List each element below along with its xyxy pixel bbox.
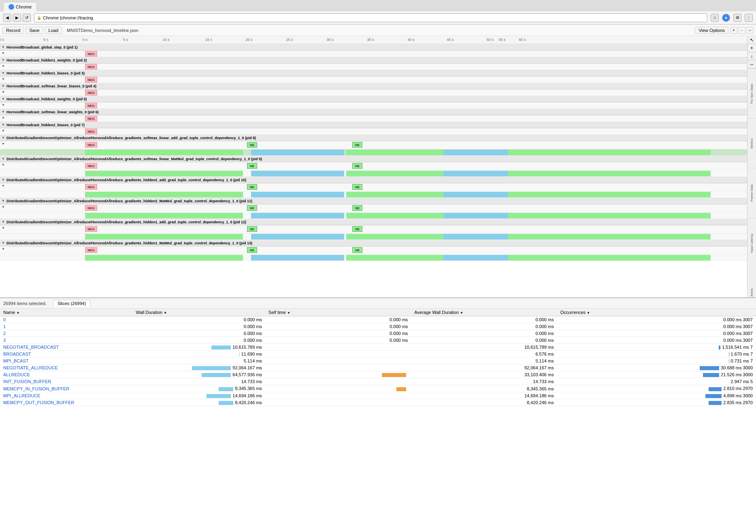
table-name-link[interactable]: 1 xyxy=(3,324,6,329)
file-name-label: MNISTDemo_horovod_timeline.json xyxy=(67,28,138,33)
sort-arrow-wall: ▼ xyxy=(164,311,167,315)
ne-event-pid8-2[interactable]: NE xyxy=(352,142,362,148)
neg-event-pid7[interactable]: NEG xyxy=(85,129,97,134)
reload-button[interactable]: ↺ xyxy=(23,14,31,22)
neg-event-pid9[interactable]: NEG xyxy=(85,163,97,169)
col-header-wall[interactable]: Wall Duration ▼ xyxy=(133,309,266,316)
track-header-pid3[interactable]: ▼ HorovodBroadcast_hidden1_biases_0 (pid… xyxy=(0,70,747,76)
table-name-link[interactable]: NEGOTIATE_ALLREDUCE xyxy=(3,365,58,370)
down-tool[interactable]: ↓ xyxy=(747,52,756,60)
zoom-tool[interactable]: + xyxy=(747,44,756,52)
ne-event-pid11-2[interactable]: NE xyxy=(352,205,362,211)
neg-event-pid13[interactable]: NEG xyxy=(85,247,97,253)
menu-button[interactable]: ⋮ xyxy=(745,14,753,22)
track-header-pid11[interactable]: ▼ DistributedGradientDescentOptimizer_Al… xyxy=(0,198,747,204)
neg-event-pid10[interactable]: NEG xyxy=(85,184,97,190)
track-row-pid6: ▼ NEG xyxy=(0,115,747,122)
sidebar-frame-data[interactable]: Frame Data xyxy=(747,168,756,218)
table-wall-cell: 0.000 ms xyxy=(133,316,266,323)
expand-arrow: ▼ xyxy=(2,123,5,127)
col-header-occ[interactable]: Occurrences ▼ xyxy=(557,309,756,316)
bookmark-button[interactable]: ☆ xyxy=(711,14,719,22)
neg-event-pid12[interactable]: NEG xyxy=(85,226,97,232)
track-header-pid8[interactable]: ▼ DistributedGradientDescentOptimizer_Al… xyxy=(0,135,747,141)
neg-event-pid8[interactable]: NEG xyxy=(85,142,97,148)
track-header-pid7[interactable]: ▼ HorovodBroadcast_hidden2_biases_0 (pid… xyxy=(0,122,747,128)
extensions-button[interactable]: ⚙ xyxy=(733,14,741,22)
track-header-pid4[interactable]: ▼ HorovodBroadcast_softmax_linear_biases… xyxy=(0,83,747,89)
neg-event-pid1[interactable]: NEG xyxy=(85,51,97,57)
ruler-tick: 5 s xyxy=(123,38,128,42)
ne-event-pid12-1[interactable]: NE xyxy=(247,226,257,232)
ne-event-pid10-2[interactable]: NE xyxy=(352,184,362,190)
track-row-pid9-top: ▼ NEG NE NE xyxy=(0,162,747,170)
table-name-link[interactable]: MPI_BCAST xyxy=(3,358,28,363)
sidebar-input-latency[interactable]: Input Latency xyxy=(747,218,756,268)
load-button[interactable]: Load xyxy=(45,27,62,34)
ne-event-pid13-2[interactable]: NE xyxy=(352,247,362,253)
green-seg xyxy=(85,234,243,240)
table-row: 10.000 ms0.000 ms0.000 ms0.000 ms 3007 xyxy=(0,323,756,330)
table-name-link[interactable]: MEMCPY_OUT_FUSION_BUFFER xyxy=(3,400,74,405)
track-header-pid13[interactable]: ▼ DistributedGradientDescentOptimizer_Al… xyxy=(0,240,747,246)
col-header-self[interactable]: Self time ▼ xyxy=(265,309,411,316)
neg-event-pid3[interactable]: NEG xyxy=(85,77,97,83)
neg-event-pid2[interactable]: NEG xyxy=(85,64,97,70)
sidebar-flo-size-stats[interactable]: Flo Size Stats xyxy=(747,68,756,118)
record-button[interactable]: Record xyxy=(2,27,24,34)
cursor-tool[interactable]: ↖ xyxy=(747,36,756,44)
neg-event-pid5[interactable]: NEG xyxy=(85,103,97,108)
table-name-link[interactable]: MEMCPY_IN_FUSION_BUFFER xyxy=(3,386,69,391)
table-name-link[interactable]: 0 xyxy=(3,317,6,322)
green-seg3 xyxy=(508,234,711,240)
table-name-link[interactable]: INIT_FUSION_BUFFER xyxy=(3,379,51,384)
ne-event-pid13-1[interactable]: NE xyxy=(247,247,257,253)
slices-tab[interactable]: Slices (26994) xyxy=(53,300,90,307)
track-header-pid5[interactable]: ▼ HorovodBroadcast_hidden2_weights_0 (pi… xyxy=(0,96,747,102)
track-header-pid12[interactable]: ▼ DistributedGradientDescentOptimizer_Al… xyxy=(0,219,747,225)
neg-event-pid6[interactable]: NEG xyxy=(85,116,97,121)
col-header-name[interactable]: Name ▼ xyxy=(0,309,133,316)
table-name-link[interactable]: BROADCAST xyxy=(3,352,31,356)
col-header-avg[interactable]: Average Wall Duration ▼ xyxy=(411,309,557,316)
table-name-link[interactable]: 2 xyxy=(3,331,6,336)
ruler-tick: 45 s xyxy=(447,38,454,42)
track-header-pid1[interactable]: ▼ HorovodBroadcast_global_step_0 (pid 1) xyxy=(0,44,747,51)
neg-event-pid4[interactable]: NEG xyxy=(85,90,97,95)
bottom-tab-bar: 26994 items selected. Slices (26994) xyxy=(0,298,756,309)
table-occ-cell: 1,516.541 ms 7 xyxy=(557,344,756,351)
table-name-link[interactable]: ALLREDUCE xyxy=(3,372,30,377)
table-name-link[interactable]: NEGOTIATE_BROADCAST xyxy=(3,345,59,350)
table-self-cell xyxy=(265,385,411,392)
track-header-pid9[interactable]: ▼ DistributedGradientDescentOptimizer_Al… xyxy=(0,156,747,162)
address-bar[interactable]: 🔒 Chrome | chrome://tracing xyxy=(34,13,707,22)
table-name-link[interactable]: 3 xyxy=(3,338,6,343)
ruler-tick: -10 s xyxy=(0,38,4,42)
table-name-link[interactable]: MPI_ALLREDUCE xyxy=(3,393,40,398)
save-button[interactable]: Save xyxy=(26,27,43,34)
ne-event-pid10-1[interactable]: NE xyxy=(247,184,257,190)
table-occ-cell: 0.000 ms 3007 xyxy=(557,330,756,337)
sidebar-metrics[interactable]: Metrics xyxy=(747,118,756,168)
ne-event-pid9-1[interactable]: NE xyxy=(247,163,257,169)
ne-event-pid9-2[interactable]: NE xyxy=(352,163,362,169)
neg-event-pid11[interactable]: NEG xyxy=(85,205,97,211)
ne-event-pid8-1[interactable]: NE xyxy=(247,142,257,148)
zoom-in-button[interactable]: + xyxy=(730,27,737,34)
track-header-pid2[interactable]: ▼ HorovodBroadcast_hidden1_weights_0 (pi… xyxy=(0,57,747,64)
browser-tab[interactable]: Chrome xyxy=(3,2,37,11)
sort-arrow-self: ▼ xyxy=(287,311,290,315)
ne-event-pid12-2[interactable]: NE xyxy=(352,226,362,232)
track-row-pid1: ▼ NEG xyxy=(0,51,747,57)
zoom-out-button[interactable]: - xyxy=(738,27,745,34)
fit-tool[interactable]: ↔ xyxy=(747,60,756,68)
track-header-pid10[interactable]: ▼ DistributedGradientDescentOptimizer_Al… xyxy=(0,177,747,183)
ne-event-pid11-1[interactable]: NE xyxy=(247,205,257,211)
zoom-reset-button[interactable]: ↔ xyxy=(746,27,754,34)
view-options-button[interactable]: View Options xyxy=(695,27,728,34)
table-occ-cell: 0.000 ms 3007 xyxy=(557,337,756,344)
track-header-pid6[interactable]: ▼ HorovodBroadcast_softmax_linear_weight… xyxy=(0,109,747,115)
back-button[interactable]: ◀ xyxy=(3,14,11,22)
forward-button[interactable]: ▶ xyxy=(13,14,21,22)
track-label-pid10: DistributedGradientDescentOptimizer_Allr… xyxy=(6,178,246,182)
